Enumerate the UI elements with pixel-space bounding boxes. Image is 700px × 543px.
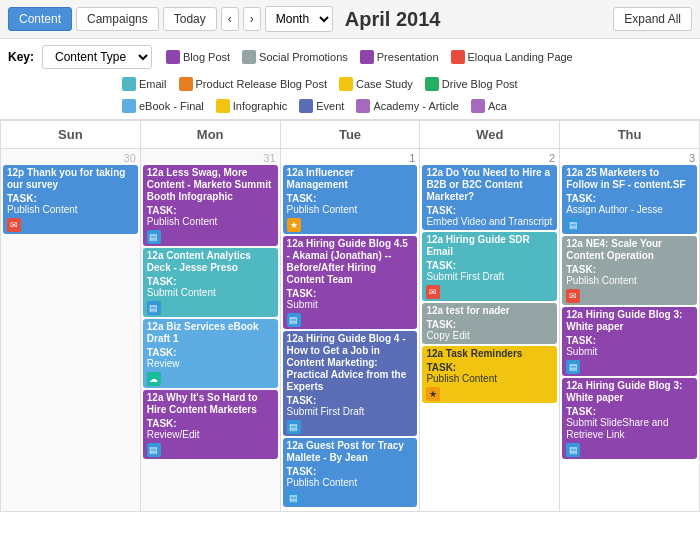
social-promotions-color xyxy=(242,50,256,64)
weekday-thu: Thu xyxy=(560,121,700,149)
aca-color xyxy=(471,99,485,113)
event-time: 12a xyxy=(147,321,166,332)
event-time: 12a xyxy=(566,380,585,391)
drive-blog-label: Drive Blog Post xyxy=(442,78,518,90)
event-card[interactable]: 12a Hiring Guide Blog 4 - How to Get a J… xyxy=(283,331,418,436)
event-time: 12a xyxy=(147,167,166,178)
product-release-label: Product Release Blog Post xyxy=(196,78,327,90)
event-time: 12a xyxy=(566,238,585,249)
email-icon: ✉ xyxy=(566,289,580,303)
campaigns-tab-button[interactable]: Campaigns xyxy=(76,7,159,31)
expand-all-button[interactable]: Expand All xyxy=(613,7,692,31)
event-time: 12p xyxy=(7,167,27,178)
task-label: TASK: xyxy=(147,276,274,287)
event-card[interactable]: 12a Hiring Guide SDR Email TASK: Submit … xyxy=(422,232,557,301)
event-card[interactable]: 12a Hiring Guide Blog 3: White paper TAS… xyxy=(562,378,697,459)
email-label: Email xyxy=(139,78,167,90)
task-label: TASK: xyxy=(566,193,693,204)
weekday-tue: Tue xyxy=(280,121,420,149)
task-label: TASK: xyxy=(426,205,553,216)
academy-label: Academy - Article xyxy=(373,100,459,112)
day-number: 3 xyxy=(562,151,697,165)
ebook-label: eBook - Final xyxy=(139,100,204,112)
blog-post-label: Blog Post xyxy=(183,51,230,63)
legend-presentation: Presentation xyxy=(360,50,439,64)
event-time: 12a xyxy=(566,309,585,320)
task-label: TASK: xyxy=(426,319,553,330)
event-card[interactable]: 12a Influencer Management TASK: Publish … xyxy=(283,165,418,234)
case-study-label: Case Study xyxy=(356,78,413,90)
legend-key-label: Key: xyxy=(8,50,34,64)
task-label: TASK: xyxy=(287,466,414,477)
event-card[interactable]: 12a Do You Need to Hire a B2B or B2C Con… xyxy=(422,165,557,230)
event-card[interactable]: 12a test for nader TASK: Copy Edit xyxy=(422,303,557,344)
today-button[interactable]: Today xyxy=(163,7,217,31)
event-card[interactable]: 12a NE4: Scale Your Content Operation TA… xyxy=(562,236,697,305)
content-tab-button[interactable]: Content xyxy=(8,7,72,31)
doc-icon: ▤ xyxy=(566,360,580,374)
task-value: Submit xyxy=(287,299,414,311)
event-time: 12a xyxy=(287,238,306,249)
event-time: 12a xyxy=(287,167,306,178)
event-card[interactable]: 12p Thank you for taking our survey TASK… xyxy=(3,165,138,234)
task-label: TASK: xyxy=(566,335,693,346)
content-type-dropdown[interactable]: Content Type xyxy=(42,45,152,69)
task-value: Submit SlideShare and Retrieve Link xyxy=(566,417,693,441)
calendar-grid: Sun Mon Tue Wed Thu 30 12p Thank you for… xyxy=(0,120,700,512)
doc-icon: ▤ xyxy=(566,218,580,232)
event-card[interactable]: 12a Task Reminders TASK: Publish Content… xyxy=(422,346,557,403)
day-apr1: 1 12a Influencer Management TASK: Publis… xyxy=(280,149,420,512)
event-time: 12a xyxy=(426,305,445,316)
day-number: 30 xyxy=(3,151,138,165)
task-value: Publish Content xyxy=(287,477,414,489)
event-card[interactable]: 12a Biz Services eBook Draft 1 TASK: Rev… xyxy=(143,319,278,388)
event-title: Task Reminders xyxy=(446,348,523,359)
star-icon: ★ xyxy=(287,218,301,232)
task-value: Publish Content xyxy=(426,373,553,385)
event-card[interactable]: 12a Less Swag, More Content - Marketo Su… xyxy=(143,165,278,246)
event-time: 12a xyxy=(426,348,445,359)
infographic-color xyxy=(216,99,230,113)
task-value: Publish Content xyxy=(566,275,693,287)
task-label: TASK: xyxy=(566,264,693,275)
event-title: Do You Need to Hire a B2B or B2C Content… xyxy=(426,167,550,202)
task-label: TASK: xyxy=(147,205,274,216)
legend-infographic: Infographic xyxy=(216,99,287,113)
doc-icon: ▤ xyxy=(566,443,580,457)
legend-event: Event xyxy=(299,99,344,113)
event-card[interactable]: 12a Hiring Guide Blog 3: White paper TAS… xyxy=(562,307,697,376)
task-value: Publish Content xyxy=(287,204,414,216)
day-apr2: 2 12a Do You Need to Hire a B2B or B2C C… xyxy=(420,149,560,512)
event-time: 12a xyxy=(287,333,306,344)
doc-icon: ▤ xyxy=(287,420,301,434)
task-value: Submit First Draft xyxy=(426,271,553,283)
prev-button[interactable]: ‹ xyxy=(221,7,239,31)
day-apr3: 3 12a 25 Marketers to Follow in SF - con… xyxy=(560,149,700,512)
legend-academy: Academy - Article xyxy=(356,99,459,113)
eloqua-label: Eloqua Landing Page xyxy=(468,51,573,63)
task-label: TASK: xyxy=(287,193,414,204)
day-number: 2 xyxy=(422,151,557,165)
event-card[interactable]: 12a Why It's So Hard to Hire Content Mar… xyxy=(143,390,278,459)
day-mar31: 31 12a Less Swag, More Content - Marketo… xyxy=(140,149,280,512)
month-select[interactable]: Month xyxy=(265,6,333,32)
day-mar30: 30 12p Thank you for taking our survey T… xyxy=(1,149,141,512)
task-label: TASK: xyxy=(147,347,274,358)
event-card[interactable]: 12a Guest Post for Tracy Mallete - By Je… xyxy=(283,438,418,507)
event-card[interactable]: 12a 25 Marketers to Follow in SF - conte… xyxy=(562,165,697,234)
doc-icon: ▤ xyxy=(147,301,161,315)
event-card[interactable]: 12a Hiring Guide Blog 4.5 - Akamai (Jona… xyxy=(283,236,418,329)
presentation-color xyxy=(360,50,374,64)
next-button[interactable]: › xyxy=(243,7,261,31)
legend-drive-blog: Drive Blog Post xyxy=(425,77,518,91)
event-card[interactable]: 12a Content Analytics Deck - Jesse Preso… xyxy=(143,248,278,317)
event-time: 12a xyxy=(566,167,585,178)
cloud-icon: ☁ xyxy=(147,372,161,386)
presentation-label: Presentation xyxy=(377,51,439,63)
doc-icon: ▤ xyxy=(147,443,161,457)
legend-case-study: Case Study xyxy=(339,77,413,91)
legend-eloqua: Eloqua Landing Page xyxy=(451,50,573,64)
event-label: Event xyxy=(316,100,344,112)
task-label: TASK: xyxy=(7,193,134,204)
task-label: TASK: xyxy=(287,288,414,299)
